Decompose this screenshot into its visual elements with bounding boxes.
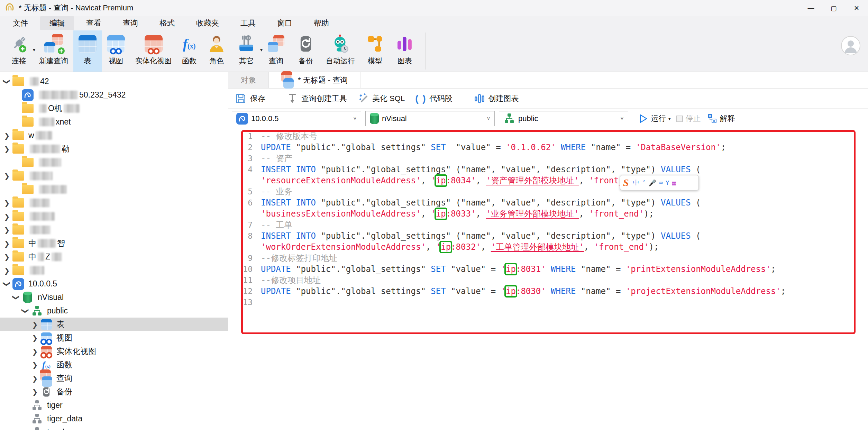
tree-row[interactable]: ❯实体化视图	[0, 345, 228, 358]
explain-button[interactable]: 解释	[706, 113, 735, 124]
tree-row[interactable]	[0, 156, 228, 169]
close-button[interactable]: ✕	[845, 0, 868, 16]
chevron-right-icon[interactable]: ❯	[2, 267, 12, 274]
toolbar-button-新建查询[interactable]: 新建查询	[34, 30, 73, 72]
querybar-button-代码段[interactable]: ( )代码段	[415, 93, 452, 104]
querybar-button-查询创建工具[interactable]: 查询创建工具	[286, 93, 347, 104]
menu-item-帮助[interactable]: 帮助	[304, 16, 338, 30]
chevron-right-icon[interactable]: ❯	[2, 213, 12, 220]
schema-select[interactable]: public˅	[499, 111, 628, 126]
tree-row[interactable]: ❯	[0, 169, 228, 183]
redacted-text	[36, 131, 52, 140]
menu-item-格式[interactable]: 格式	[150, 16, 184, 30]
chevron-right-icon[interactable]: ❯	[2, 227, 12, 234]
chevron-right-icon[interactable]: ❯	[2, 146, 12, 153]
ime-tool-icon[interactable]: ’	[642, 179, 646, 186]
chevron-right-icon[interactable]: ❯	[2, 173, 12, 180]
menu-item-窗口[interactable]: 窗口	[268, 16, 302, 30]
querybar-button-保存[interactable]: 保存	[235, 92, 265, 105]
tree-row[interactable]: ❯	[0, 196, 228, 210]
tree-row[interactable]: tiger	[0, 399, 228, 412]
menu-item-查询[interactable]: 查询	[113, 16, 147, 30]
chevron-down-icon[interactable]: ❯	[13, 293, 20, 302]
tree-row[interactable]	[0, 183, 228, 196]
toolbar-button-连接[interactable]: ▾连接	[4, 30, 34, 72]
user-avatar[interactable]	[841, 36, 860, 55]
code-text: -- 资产	[261, 153, 292, 164]
tree-row[interactable]: ❯备份	[0, 385, 228, 399]
tree-row[interactable]: ❯w	[0, 129, 228, 142]
ime-tool-icon[interactable]: ▦	[672, 179, 676, 186]
tab-label: * 无标题 - 查询	[298, 75, 348, 85]
sql-editor[interactable]: 1-- 修改版本号2UPDATE "public"."global_settin…	[228, 129, 868, 430]
querybar-button-美化 SQL[interactable]: 美化 SQL	[357, 93, 405, 104]
toolbar-button-label: 连接	[12, 56, 26, 66]
tree-row[interactable]: ❯表	[0, 318, 228, 331]
menu-item-编辑[interactable]: 编辑	[40, 16, 74, 30]
tree-row[interactable]: ❯	[0, 210, 228, 223]
stop-button[interactable]: 停止	[676, 113, 701, 124]
tree-row[interactable]: ❯nVisual	[0, 291, 228, 304]
tree-row[interactable]: O机	[0, 102, 228, 115]
ime-tool-icon[interactable]: 中	[633, 179, 639, 187]
minimize-button[interactable]: —	[800, 0, 822, 16]
chevron-down-icon[interactable]: ❯	[3, 279, 10, 289]
run-button[interactable]: 运行▾	[638, 113, 671, 124]
redacted-text	[30, 172, 53, 180]
toolbar-button-模型[interactable]: 模型	[360, 30, 390, 72]
toolbar-button-查询[interactable]: 查询	[261, 30, 291, 72]
tree-row[interactable]: ❯10.0.0.5	[0, 277, 228, 291]
menu-item-收藏夹[interactable]: 收藏夹	[187, 16, 228, 30]
chevron-right-icon[interactable]: ❯	[30, 362, 40, 368]
tree-row[interactable]: ❯视图	[0, 331, 228, 345]
tree-row[interactable]: xnet	[0, 115, 228, 129]
toolbar-button-实体化视图[interactable]: 实体化视图	[130, 30, 177, 72]
ime-tool-icon[interactable]: 🎤	[649, 179, 656, 186]
chevron-right-icon[interactable]: ❯	[30, 375, 40, 382]
toolbar-button-表[interactable]: 表	[73, 30, 102, 72]
tab-* 无标题 - 查询[interactable]: * 无标题 - 查询	[269, 72, 360, 88]
querybar-button-创建图表[interactable]: 创建图表	[474, 93, 519, 104]
toolbar-button-备份[interactable]: 备份	[291, 30, 321, 72]
chevron-right-icon[interactable]: ❯	[30, 388, 40, 395]
toolbar-button-视图[interactable]: 视图	[102, 30, 130, 72]
tree-row[interactable]: tiger_data	[0, 412, 228, 426]
tab-对象[interactable]: 对象	[228, 72, 269, 88]
menu-item-工具[interactable]: 工具	[231, 16, 265, 30]
tree-row[interactable]: ❯中Z	[0, 250, 228, 264]
tree-row[interactable]: ❯f(x)函数	[0, 358, 228, 372]
tree-row[interactable]: ❯42	[0, 75, 228, 88]
redacted-text	[64, 104, 80, 113]
ime-tool-icon[interactable]: ⌨	[659, 179, 663, 186]
tree-row[interactable]: ❯中智	[0, 237, 228, 250]
menu-item-文件[interactable]: 文件	[3, 16, 37, 30]
chevron-right-icon[interactable]: ❯	[30, 335, 40, 341]
tree-row[interactable]: ❯public	[0, 304, 228, 318]
toolbar-button-图表[interactable]: 图表	[390, 30, 420, 72]
database-select[interactable]: nVisual˅	[365, 111, 495, 126]
tree-row[interactable]: 50.232_5432	[0, 88, 228, 102]
ime-toolbar[interactable]: S 中’🎤⌨Y▦	[620, 175, 699, 190]
chevron-right-icon[interactable]: ❯	[30, 348, 40, 355]
chevron-right-icon[interactable]: ❯	[2, 132, 12, 139]
chevron-right-icon[interactable]: ❯	[2, 240, 12, 247]
tree-row[interactable]: ❯	[0, 223, 228, 237]
tree-row[interactable]: topology	[0, 426, 228, 430]
chevron-down-icon[interactable]: ❯	[22, 306, 29, 316]
connection-select[interactable]: 10.0.0.5˅	[232, 111, 361, 126]
toolbar-button-函数[interactable]: f(x)函数	[177, 30, 202, 72]
toolbar-button-角色[interactable]: 角色	[202, 30, 231, 72]
ime-tool-icon[interactable]: Y	[666, 179, 669, 186]
menu-item-查看[interactable]: 查看	[77, 16, 111, 30]
maximize-button[interactable]: ▢	[822, 0, 845, 16]
tree-row[interactable]: ❯查询	[0, 372, 228, 385]
tree-row-label: tiger_data	[47, 414, 82, 423]
chevron-down-icon[interactable]: ❯	[3, 77, 10, 86]
toolbar-button-其它[interactable]: ▾其它	[231, 30, 261, 72]
tree-row[interactable]: ❯勒	[0, 142, 228, 156]
chevron-right-icon[interactable]: ❯	[2, 200, 12, 207]
chevron-right-icon[interactable]: ❯	[30, 321, 40, 328]
toolbar-button-自动运行[interactable]: 自动运行	[321, 30, 360, 72]
chevron-right-icon[interactable]: ❯	[2, 254, 12, 260]
tree-row[interactable]: ❯	[0, 264, 228, 277]
